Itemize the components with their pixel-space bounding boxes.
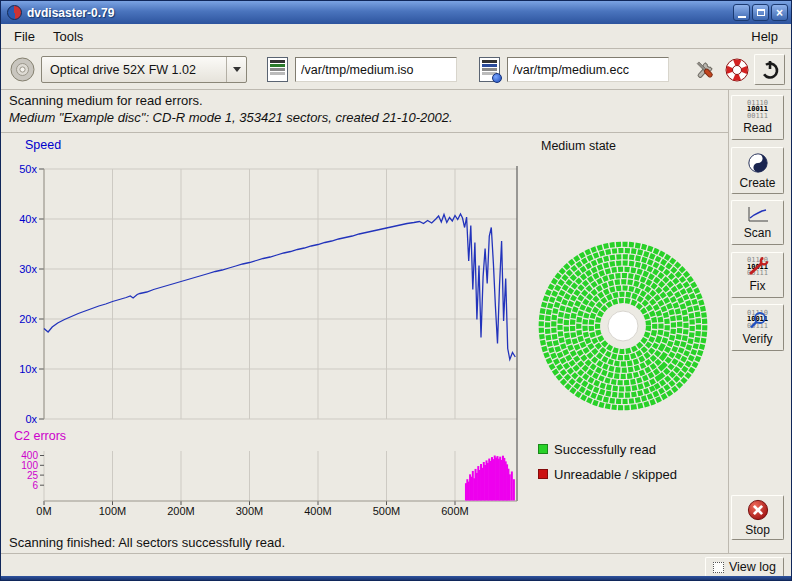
svg-text:6: 6 bbox=[32, 480, 38, 491]
svg-text:600M: 600M bbox=[441, 505, 469, 517]
power-icon bbox=[759, 59, 781, 81]
verify-button-label: Verify bbox=[742, 332, 772, 346]
svg-text:50x: 50x bbox=[19, 163, 37, 175]
maximize-icon bbox=[757, 9, 765, 16]
svg-text:400M: 400M bbox=[304, 505, 332, 517]
finished-status-line: Scanning finished: All sectors successfu… bbox=[9, 535, 285, 550]
view-log-label: View log bbox=[729, 560, 776, 574]
window-frame-bottom bbox=[1, 576, 791, 580]
toolbar: Optical drive 52X FW 1.02 bbox=[1, 49, 791, 90]
ecc-badge-icon bbox=[492, 73, 502, 83]
read-button[interactable]: 01110 10011 00111 Read bbox=[731, 95, 784, 140]
ecc-path-input[interactable] bbox=[507, 57, 669, 82]
red-wrench-icon bbox=[746, 257, 770, 277]
log-icon bbox=[713, 562, 724, 573]
fix-icon: 01110 10011 00111 bbox=[746, 257, 770, 277]
fix-button-label: Fix bbox=[750, 279, 766, 293]
svg-text:100M: 100M bbox=[99, 505, 127, 517]
drive-icon bbox=[9, 56, 36, 86]
scan-chart-icon bbox=[746, 206, 770, 224]
quit-button[interactable] bbox=[754, 54, 785, 85]
preferences-button[interactable] bbox=[689, 54, 720, 85]
verify-icon: 01110 10011 00111 bbox=[746, 310, 770, 330]
create-button-label: Create bbox=[739, 176, 775, 190]
app-icon[interactable] bbox=[7, 5, 22, 20]
icon-detail bbox=[270, 72, 285, 75]
svg-text:10x: 10x bbox=[19, 363, 37, 375]
legend-ok-swatch bbox=[538, 444, 548, 454]
lifebuoy-icon bbox=[724, 57, 750, 83]
svg-text:0x: 0x bbox=[25, 413, 37, 425]
binary-icon: 01110 10011 00111 bbox=[747, 100, 768, 120]
chevron-down-icon[interactable] bbox=[226, 57, 246, 82]
yin-yang-icon bbox=[747, 152, 769, 174]
fix-button[interactable]: 01110 10011 00111 Fix bbox=[731, 252, 784, 298]
iso-path-input[interactable] bbox=[295, 57, 457, 82]
legend-bad-swatch bbox=[538, 469, 548, 479]
svg-text:30x: 30x bbox=[19, 263, 37, 275]
icon-detail bbox=[270, 60, 285, 63]
app-window: dvdisaster-0.79 × File Tools Help Optica… bbox=[0, 0, 792, 581]
medium-state-title: Medium state bbox=[541, 139, 616, 153]
wrench-icon bbox=[692, 57, 718, 83]
maximize-button[interactable] bbox=[752, 4, 769, 21]
stop-button-label: Stop bbox=[745, 523, 770, 537]
svg-text:300M: 300M bbox=[236, 505, 264, 517]
read-button-label: Read bbox=[743, 121, 772, 135]
medium-info-line: Medium "Example disc": CD-R mode 1, 3534… bbox=[9, 110, 453, 125]
legend-ok-label: Successfully read bbox=[554, 442, 656, 457]
legend-bad-label: Unreadable / skipped bbox=[554, 467, 677, 482]
drive-select-value: Optical drive 52X FW 1.02 bbox=[42, 63, 226, 77]
svg-text:500M: 500M bbox=[373, 505, 401, 517]
help-button[interactable] bbox=[721, 54, 752, 85]
minimize-button[interactable] bbox=[733, 4, 750, 21]
scan-status-line: Scanning medium for read errors. bbox=[9, 93, 203, 108]
window-title: dvdisaster-0.79 bbox=[27, 6, 731, 20]
medium-state-disc bbox=[534, 237, 712, 415]
view-log-button[interactable]: View log bbox=[705, 557, 784, 577]
titlebar[interactable]: dvdisaster-0.79 × bbox=[1, 1, 791, 24]
close-icon: × bbox=[776, 6, 783, 20]
icon-detail bbox=[270, 64, 285, 67]
ecc-file-icon bbox=[479, 57, 500, 82]
verify-button[interactable]: 01110 10011 00111 Verify bbox=[731, 304, 784, 351]
close-button[interactable]: × bbox=[771, 4, 788, 21]
svg-text:40x: 40x bbox=[19, 213, 37, 225]
menu-file[interactable]: File bbox=[5, 26, 44, 47]
scan-button[interactable]: Scan bbox=[731, 200, 784, 245]
magnifier-icon bbox=[746, 310, 770, 330]
create-button[interactable]: Create bbox=[731, 147, 784, 194]
svg-text:0M: 0M bbox=[36, 505, 51, 517]
drive-select[interactable]: Optical drive 52X FW 1.02 bbox=[41, 56, 247, 83]
minimize-icon bbox=[738, 16, 746, 18]
icon-detail bbox=[270, 68, 285, 71]
menubar: File Tools Help bbox=[1, 24, 791, 49]
separator bbox=[728, 90, 729, 553]
stop-button[interactable]: Stop bbox=[731, 495, 784, 540]
menu-help[interactable]: Help bbox=[742, 26, 787, 47]
menu-tools[interactable]: Tools bbox=[44, 26, 92, 47]
icon-detail bbox=[482, 68, 497, 71]
stop-icon bbox=[747, 499, 769, 521]
scan-button-label: Scan bbox=[744, 226, 771, 240]
icon-detail bbox=[482, 60, 497, 63]
svg-text:20x: 20x bbox=[19, 313, 37, 325]
iso-file-icon bbox=[267, 57, 288, 82]
statusbar: View log bbox=[1, 553, 791, 578]
icon-detail bbox=[482, 64, 497, 67]
svg-text:200M: 200M bbox=[167, 505, 195, 517]
